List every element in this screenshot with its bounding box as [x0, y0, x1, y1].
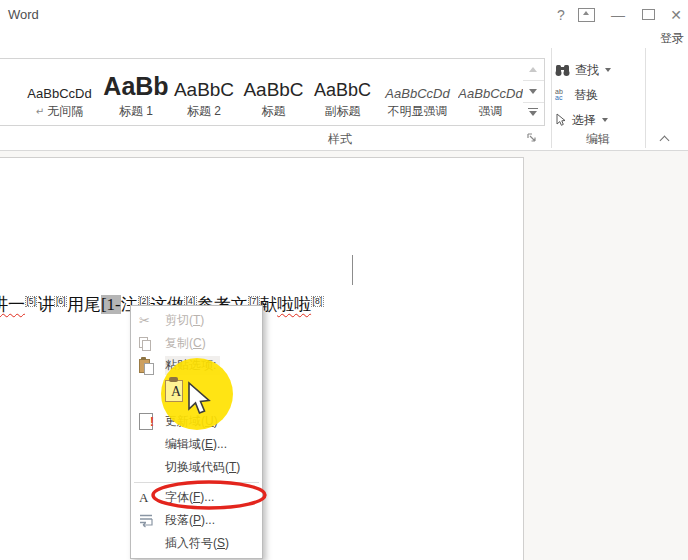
menu-item-copy[interactable]: 复制(C): [131, 332, 262, 355]
select-dropdown-icon: [602, 118, 608, 122]
ribbon-display-options-icon: [583, 11, 589, 15]
cut-icon: ✂: [139, 313, 150, 328]
paragraph-icon: [139, 513, 154, 528]
down-arrow-icon: [529, 89, 537, 94]
paste-keep-text-only-button[interactable]: A: [165, 377, 185, 402]
editing-group-label: 编辑: [548, 131, 648, 148]
gallery-scroll-up-button[interactable]: [523, 59, 544, 81]
menu-item-insert-symbol[interactable]: 插入符号(S): [131, 532, 262, 555]
up-arrow-icon: [529, 67, 537, 72]
style-item-heading1[interactable]: AaBb 标题 1: [103, 59, 169, 123]
menu-item-cut[interactable]: ✂ 剪切(T): [131, 309, 262, 332]
select-cursor-icon: [555, 113, 567, 127]
document-area[interactable]: [0, 151, 688, 560]
menu-item-toggle-field-codes[interactable]: 切换域代码(T): [131, 456, 262, 479]
find-binoculars-icon: [555, 64, 570, 77]
copy-icon: [139, 337, 151, 350]
font-icon: A: [139, 490, 148, 506]
style-item-emphasis[interactable]: AaBbCcDd 强调: [458, 59, 523, 123]
find-dropdown-icon: [605, 68, 611, 72]
help-button[interactable]: ?: [548, 6, 574, 24]
context-menu: ✂ 剪切(T) 复制(C) 粘贴选项: ! 更新域(U): [130, 305, 263, 559]
style-item-subtle-emphasis[interactable]: AaBbCcDd 不明显强调: [377, 59, 458, 123]
minimize-button[interactable]: —: [605, 6, 631, 24]
styles-dialog-launcher[interactable]: [527, 133, 537, 143]
ribbon-display-options-button[interactable]: [578, 8, 595, 22]
title-bar: Word ? — ✕: [0, 0, 688, 28]
no-spacing-mark-icon: ↵: [36, 106, 44, 117]
paste-options-icon: [139, 358, 153, 374]
text-cursor: [352, 255, 353, 285]
replace-button[interactable]: ab ac 替换: [555, 85, 598, 105]
select-button[interactable]: 选择: [555, 110, 608, 130]
endnote-ref[interactable]: [8]: [311, 296, 323, 307]
endnote-ref[interactable]: [5]: [25, 296, 37, 307]
style-item-no-spacing[interactable]: AaBbCcDd ↵ 无间隔: [16, 59, 103, 123]
update-field-icon: !: [139, 413, 153, 430]
collapse-ribbon-button[interactable]: [661, 135, 669, 143]
style-item-heading2[interactable]: AaBbC 标题 2: [169, 59, 239, 123]
red-circle-annotation: [150, 479, 268, 511]
app-title: Word: [8, 7, 39, 22]
find-button[interactable]: 查找: [555, 60, 611, 80]
ribbon: Dd 文 AaBbCcDd ↵ 无间隔 AaBb 标题 1 AaBbC 标题 2…: [0, 45, 688, 151]
endnote-ref[interactable]: [6]: [54, 296, 66, 307]
menu-item-edit-field[interactable]: 编辑域(E)...: [131, 433, 262, 456]
styles-group-label: 样式: [280, 131, 400, 148]
maximize-button[interactable]: [642, 9, 655, 20]
menu-item-paragraph[interactable]: 段落(P)...: [131, 509, 262, 532]
word-window: Word ? — ✕ 登录 Dd 文 AaBbCcDd ↵ 无间隔 AaBb 标…: [0, 0, 688, 560]
replace-icon: ab ac: [555, 89, 569, 101]
style-item-normal[interactable]: Dd 文: [0, 59, 16, 123]
more-styles-icon: [529, 111, 537, 116]
gallery-scroll-down-button[interactable]: [523, 81, 544, 103]
style-item-subtitle[interactable]: AaBbC 副标题: [308, 59, 377, 123]
close-button[interactable]: ✕: [663, 6, 688, 24]
style-gallery-scrollbar: [523, 58, 545, 126]
style-gallery: Dd 文 AaBbCcDd ↵ 无间隔 AaBb 标题 1 AaBbC 标题 2…: [0, 58, 524, 126]
gallery-more-button[interactable]: [523, 103, 544, 124]
mouse-cursor: [186, 381, 212, 417]
selected-field[interactable]: [1-: [101, 295, 121, 314]
style-item-title[interactable]: AaBbC 标题: [239, 59, 308, 123]
